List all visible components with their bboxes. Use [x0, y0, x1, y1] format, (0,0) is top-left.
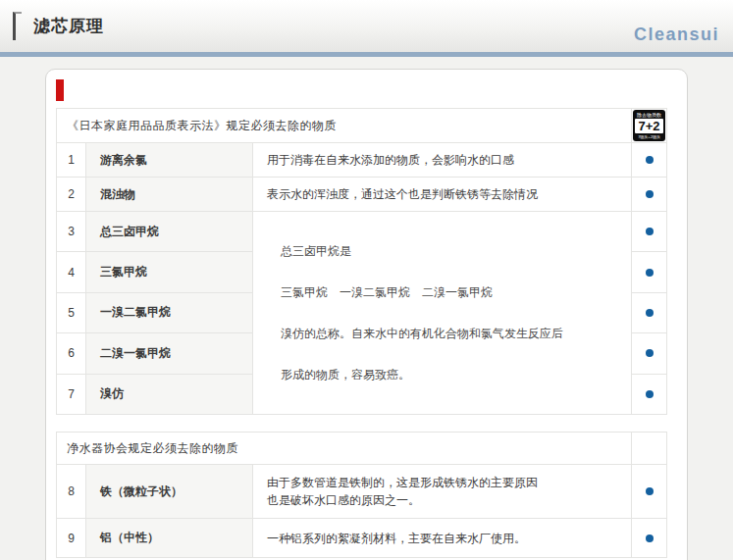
title-group: 滤芯原理 [0, 0, 733, 52]
merged-desc-line: 三氯甲烷 一溴二氯甲烷 二溴一氯甲烷 [281, 283, 630, 301]
table-heading-row: 净水器协会规定必须去除的物质 [57, 433, 667, 465]
merged-description-lines: 总三卤甲烷是 三氯甲烷 一溴二氯甲烷 二溴一氯甲烷 溴仿的总称。自来水中的有机化… [267, 230, 630, 395]
badge-cell: 除去物质数 7+2 7物质+2物质 [632, 109, 667, 143]
substances-table-law: 《日本家庭用品品质表示法》规定必须去除的物质 除去物质数 7+2 7物质+2物质… [56, 108, 667, 415]
seven-plus-two-badge-icon: 除去物质数 7+2 7物质+2物质 [633, 110, 665, 141]
table-gap [56, 415, 677, 432]
substance-description: 一种铝系列的絮凝剂材料，主要在自来水厂使用。 [253, 519, 632, 558]
merged-description-cell: 总三卤甲烷是 三氯甲烷 一溴二氯甲烷 二溴一氯甲烷 溴仿的总称。自来水中的有机化… [253, 212, 632, 415]
substance-name: 铝（中性） [86, 519, 253, 558]
blue-dot-icon [646, 349, 654, 357]
badge-bottom-label: 7物质+2物质 [635, 134, 663, 139]
substance-name: 一溴二氯甲烷 [86, 292, 253, 332]
table-row: 9 铝（中性） 一种铝系列的絮凝剂材料，主要在自来水厂使用。 [57, 519, 667, 558]
table-row: 1 游离余氯 用于消毒在自来水添加的物质，会影响水的口感 [57, 143, 667, 178]
substance-description: 表示水的浑浊度，通过这个也是判断铁锈等去除情况 [253, 178, 632, 212]
substance-name: 游离余氯 [86, 143, 253, 178]
row-number: 2 [57, 178, 86, 212]
row-number: 6 [57, 333, 86, 374]
content-panel: 《日本家庭用品品质表示法》规定必须去除的物质 除去物质数 7+2 7物质+2物质… [45, 69, 688, 560]
title-bracket-icon [13, 12, 22, 40]
page-title: 滤芯原理 [33, 15, 104, 37]
badge-value: 7+2 [635, 119, 663, 133]
badge-top-label: 除去物质数 [635, 112, 663, 118]
blue-dot-icon [646, 269, 654, 277]
table-row: 3 总三卤甲烷 总三卤甲烷是 三氯甲烷 一溴二氯甲烷 二溴一氯甲烷 溴仿的总称。… [57, 212, 667, 252]
red-accent-bar [56, 79, 64, 101]
merged-desc-line: 总三卤甲烷是 [281, 242, 630, 260]
substance-name: 混浊物 [86, 178, 253, 212]
substance-name: 二溴一氯甲烷 [86, 333, 253, 374]
removal-indicator-cell [632, 252, 667, 292]
substance-name: 三氯甲烷 [86, 252, 253, 292]
removal-indicator-cell [632, 374, 667, 414]
row-number: 7 [57, 374, 86, 414]
table-row: 8 铁（微粒子状） 由于多数管道是铁制的，这是形成铁锈水的主要原因 也是破坏水口… [57, 465, 667, 519]
substances-table-association: 净水器协会规定必须去除的物质 8 铁（微粒子状） 由于多数管道是铁制的，这是形成… [56, 432, 667, 558]
row-number: 3 [57, 212, 86, 252]
removal-indicator-cell [632, 143, 667, 178]
substance-name: 溴仿 [86, 374, 253, 414]
substance-description: 由于多数管道是铁制的，这是形成铁锈水的主要原因 也是破坏水口感的原因之一。 [253, 465, 632, 519]
top-header-bar: 滤芯原理 Cleansui [0, 0, 733, 57]
table-row: 2 混浊物 表示水的浑浊度，通过这个也是判断铁锈等去除情况 [57, 178, 667, 212]
merged-desc-line: 形成的物质，容易致癌。 [281, 366, 630, 383]
removal-indicator-cell [632, 519, 667, 558]
blue-dot-icon [646, 535, 654, 542]
removal-indicator-cell [632, 333, 667, 374]
blue-dot-icon [646, 190, 654, 198]
row-number: 9 [57, 519, 86, 558]
table-heading-row: 《日本家庭用品品质表示法》规定必须去除的物质 除去物质数 7+2 7物质+2物质 [57, 109, 667, 143]
row-number: 8 [57, 465, 86, 519]
section-heading-association: 净水器协会规定必须去除的物质 [57, 433, 632, 465]
removal-indicator-cell [632, 178, 667, 212]
merged-desc-line: 溴仿的总称。自来水中的有机化合物和氯气发生反应后 [281, 325, 630, 342]
section-heading-law: 《日本家庭用品品质表示法》规定必须去除的物质 [57, 109, 632, 143]
removal-indicator-cell [632, 465, 667, 519]
row-number: 5 [57, 292, 86, 332]
substance-name: 铁（微粒子状） [86, 465, 253, 519]
substance-description: 用于消毒在自来水添加的物质，会影响水的口感 [253, 143, 632, 178]
blue-dot-icon [646, 390, 654, 398]
blue-dot-icon [646, 487, 654, 495]
cleansui-logo: Cleansui [634, 25, 719, 45]
blue-dot-icon [646, 309, 654, 317]
row-number: 4 [57, 252, 86, 292]
heading-spacer-cell [632, 433, 667, 465]
blue-dot-icon [646, 156, 654, 164]
blue-dot-icon [646, 228, 654, 235]
row-number: 1 [57, 143, 86, 178]
removal-indicator-cell [632, 212, 667, 252]
removal-indicator-cell [632, 292, 667, 332]
substance-name: 总三卤甲烷 [86, 212, 253, 252]
